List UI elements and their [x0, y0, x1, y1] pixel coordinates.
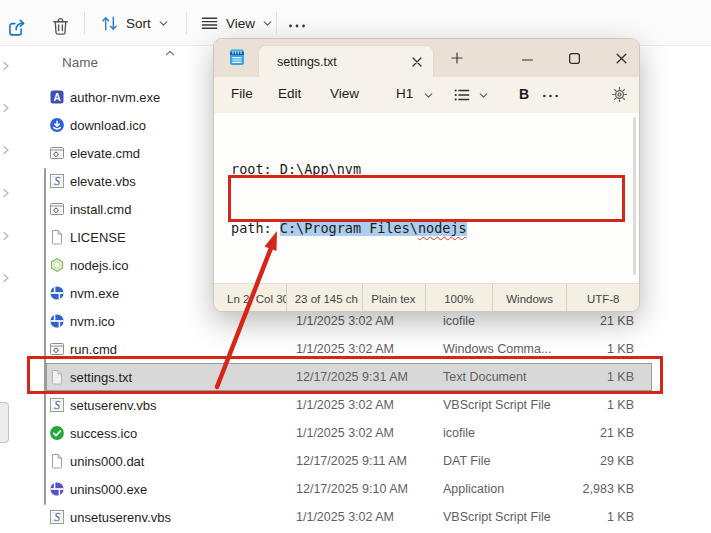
file-date-modified: 12/17/2025 9:31 AM — [296, 370, 408, 384]
chevron-down-icon — [262, 18, 273, 29]
file-name: setuserenv.vbs — [70, 398, 156, 413]
more-options-icon[interactable] — [288, 23, 306, 29]
node-hex-icon — [49, 257, 65, 273]
chevron-down-icon — [158, 18, 169, 29]
file-name: nodejs.ico — [70, 258, 129, 273]
editor-scrollbar[interactable] — [633, 117, 636, 275]
chevron-down-icon[interactable] — [423, 90, 434, 101]
file-name: settings.txt — [70, 370, 132, 385]
file-type: icofile — [443, 314, 475, 328]
table-row[interactable]: unins000.exe 12/17/2025 9:10 AM Applicat… — [46, 475, 652, 503]
table-row[interactable]: success.ico 1/1/2025 3:02 AM icofile 21 … — [46, 419, 652, 447]
name-column-header[interactable]: Name — [62, 55, 98, 70]
toolbar-divider — [186, 12, 187, 34]
file-name: nvm.ico — [70, 314, 115, 329]
file-type: icofile — [443, 426, 475, 440]
tree-expand-icon[interactable] — [1, 187, 11, 199]
new-tab-icon[interactable] — [450, 51, 464, 65]
file-size: 1 KB — [506, 398, 634, 412]
notepad-titlebar[interactable]: settings.txt — [214, 39, 639, 77]
file-name: run.cmd — [70, 342, 117, 357]
screen: Sort View Name author-nvm.exe download.i… — [0, 0, 711, 533]
highlighted-path: C:\Program Files\ — [280, 220, 418, 236]
notepad-statusbar: Ln 2, Col 30 23 of 145 ch Plain tex 100%… — [214, 283, 639, 312]
bold-button[interactable]: B — [519, 86, 529, 102]
heading-style-button[interactable]: H1 — [396, 86, 413, 101]
cube-blue-icon — [49, 285, 65, 301]
status-line-ending: Windows — [493, 284, 568, 312]
tab-title: settings.txt — [277, 55, 411, 69]
view-button[interactable]: View — [200, 11, 273, 35]
letter-a-icon — [49, 89, 65, 105]
chevron-down-icon[interactable] — [478, 90, 489, 101]
tree-expand-icon[interactable] — [1, 230, 11, 242]
tree-expand-icon[interactable] — [1, 144, 11, 156]
file-date-modified: 1/1/2025 3:02 AM — [296, 398, 394, 412]
check-circle-icon — [49, 425, 65, 441]
chevron-up-icon — [164, 47, 176, 59]
file-name: elevate.vbs — [70, 174, 136, 189]
bulleted-list-icon[interactable] — [453, 86, 471, 104]
sort-button[interactable]: Sort — [100, 11, 169, 35]
selected-text-highlight: C:\Program Files\nodejs — [280, 220, 467, 236]
toolbar-divider — [276, 12, 277, 34]
status-zoom-level: 100% — [426, 284, 493, 312]
tree-expand-icon[interactable] — [1, 102, 11, 114]
trash-icon[interactable] — [50, 16, 71, 37]
status-cursor-position: Ln 2, Col 30 — [214, 284, 287, 312]
minimize-icon[interactable] — [520, 53, 535, 67]
file-size: 1 KB — [506, 342, 634, 356]
text-editor-area[interactable]: root: D:\App\nvm path: C:\Program Files\… — [214, 113, 639, 283]
tab-close-icon[interactable] — [411, 56, 423, 68]
table-row[interactable]: run.cmd 1/1/2025 3:02 AM Windows Comma..… — [46, 335, 652, 363]
status-doc-format: Plain tex — [363, 284, 426, 312]
menu-file[interactable]: File — [231, 86, 253, 101]
share-icon[interactable] — [7, 17, 28, 38]
vbs-icon — [49, 509, 65, 525]
file-name: download.ico — [70, 118, 146, 133]
tab-settings-txt[interactable]: settings.txt — [258, 45, 434, 77]
file-name: success.ico — [70, 426, 137, 441]
cube-purple-icon — [49, 481, 65, 497]
cmd-icon — [49, 145, 65, 161]
table-row[interactable]: unsetuserenv.vbs 1/1/2025 3:02 AM VBScri… — [46, 503, 652, 531]
sort-arrows-icon — [100, 14, 119, 33]
table-row[interactable]: unins000.dat 12/17/2025 9:11 AM DAT File… — [46, 447, 652, 475]
file-name: unins000.exe — [70, 482, 147, 497]
tree-expand-icon[interactable] — [1, 272, 11, 284]
nav-scrollbar-thumb[interactable] — [0, 402, 9, 443]
sort-label: Sort — [126, 16, 151, 31]
file-date-modified: 1/1/2025 3:02 AM — [296, 314, 394, 328]
status-char-count: 23 of 145 ch — [287, 284, 364, 312]
file-name: unsetuserenv.vbs — [70, 510, 171, 525]
page-icon — [49, 229, 65, 245]
menu-edit[interactable]: Edit — [278, 86, 301, 101]
table-row[interactable]: settings.txt 12/17/2025 9:31 AM Text Doc… — [46, 363, 652, 391]
file-size: 1 KB — [506, 370, 634, 384]
gear-icon[interactable] — [611, 86, 628, 103]
file-size: 1 KB — [506, 510, 634, 524]
menu-view[interactable]: View — [330, 86, 359, 101]
file-size: 29 KB — [506, 454, 634, 468]
cmd-icon — [49, 341, 65, 357]
file-date-modified: 1/1/2025 3:02 AM — [296, 342, 394, 356]
file-name: LICENSE — [70, 230, 126, 245]
close-icon[interactable] — [615, 52, 628, 65]
text-line-path-prefix: path: — [231, 220, 280, 236]
file-type: DAT File — [443, 454, 490, 468]
file-size: 21 KB — [506, 314, 634, 328]
file-date-modified: 12/17/2025 9:11 AM — [296, 454, 407, 468]
txt-page-icon — [49, 369, 65, 385]
more-formatting-icon[interactable] — [542, 93, 559, 99]
file-name: elevate.cmd — [70, 146, 140, 161]
file-name: author-nvm.exe — [70, 90, 160, 105]
cmd-icon — [49, 201, 65, 217]
file-size: 2,983 KB — [506, 482, 634, 496]
tree-expand-icon[interactable] — [1, 60, 11, 72]
maximize-icon[interactable] — [568, 52, 581, 65]
file-date-modified: 1/1/2025 3:02 AM — [296, 510, 394, 524]
file-type: Application — [443, 482, 504, 496]
notepad-window: settings.txt File Edit View H1 B root: D… — [213, 38, 640, 312]
table-row[interactable]: setuserenv.vbs 1/1/2025 3:02 AM VBScript… — [46, 391, 652, 419]
vbs-icon — [49, 397, 65, 413]
